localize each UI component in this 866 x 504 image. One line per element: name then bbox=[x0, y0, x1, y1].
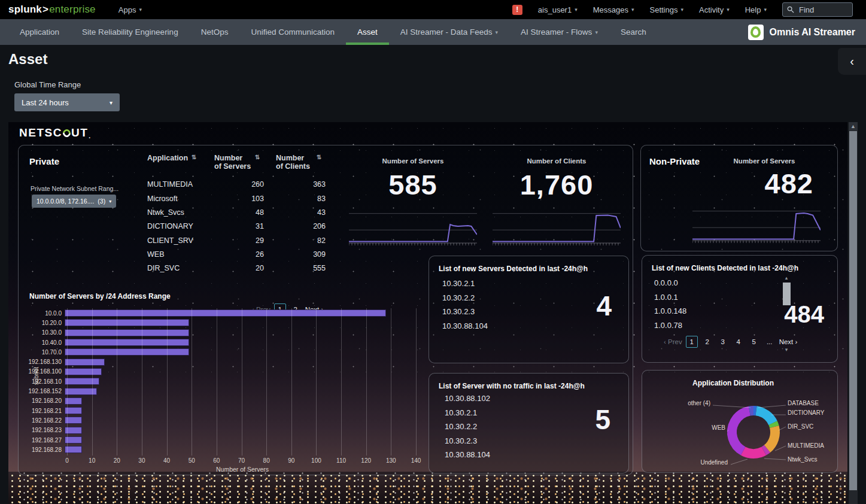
app-distribution-panel: Application Distribution DATABASEDICTION… bbox=[642, 370, 838, 473]
donut-connector-line bbox=[764, 459, 786, 460]
bar-label: 192.168.100 bbox=[19, 368, 65, 375]
table-cell: WEB bbox=[147, 250, 214, 259]
pagination-page-5[interactable]: 5 bbox=[748, 336, 760, 348]
tab-site-reliability-engineering[interactable]: Site Reliability Engineering bbox=[71, 19, 190, 45]
find-search-box[interactable] bbox=[782, 2, 853, 17]
chevron-left-icon: ‹ bbox=[850, 54, 854, 68]
omnis-logo-icon bbox=[748, 25, 764, 40]
apps-menu[interactable]: Apps ▾ bbox=[118, 5, 142, 14]
tick-label: 50 bbox=[186, 457, 197, 464]
table-cell: CLIENT_SRV bbox=[147, 236, 214, 245]
tab-application[interactable]: Application bbox=[8, 19, 71, 45]
gridline bbox=[291, 308, 292, 456]
table-cell: 43 bbox=[264, 208, 326, 217]
donut-connector-line bbox=[758, 405, 786, 408]
chevron-down-icon: ▾ bbox=[680, 7, 683, 13]
list-item: 0.0.0.0 bbox=[654, 278, 686, 293]
servers-singlevalue: Number of Servers 585 bbox=[347, 145, 479, 253]
netscout-dashboard: NETSCUT. Private Private Network Subnet … bbox=[8, 122, 847, 504]
subnet-range-dropdown[interactable]: 10.0.0.0/8, 172.16.... (3) ▾ bbox=[32, 195, 116, 208]
scroll-up-icon[interactable]: ▴ bbox=[785, 275, 788, 281]
list-item: 10.30.88.102 bbox=[445, 394, 490, 408]
activity-menu[interactable]: Activity ▾ bbox=[699, 5, 730, 14]
scrollbar-thumb[interactable] bbox=[783, 283, 791, 305]
pagination-page-1[interactable]: 1 bbox=[686, 336, 698, 348]
col-header-number-of-clients[interactable]: Number of Clients ⇅ bbox=[271, 154, 328, 171]
netscout-logo: NETSCUT. bbox=[19, 126, 92, 139]
table-cell: Microsoft bbox=[147, 195, 214, 203]
tab-ai-streamer-data-feeds[interactable]: AI Streamer - Data Feeds▾ bbox=[389, 19, 509, 45]
tick-label: 0 bbox=[61, 457, 73, 464]
bar-row: 10.20.0 bbox=[19, 318, 426, 327]
pagination-page-...[interactable]: ... bbox=[764, 336, 776, 348]
list-item: 10.30.2.1 bbox=[445, 408, 490, 423]
bar-row: 192.168.21 bbox=[19, 406, 426, 415]
donut-label-other-4-: other (4) bbox=[688, 400, 710, 406]
table-cell: 83 bbox=[264, 195, 326, 203]
donut-label-dir-svc: DIR_SVC bbox=[788, 423, 813, 430]
col-header-number-of-servers[interactable]: Number of Servers ⇅ bbox=[214, 154, 271, 171]
bar-row: 192.168.27 bbox=[19, 435, 426, 445]
pagination-prev-button[interactable]: ‹ Prev bbox=[664, 338, 682, 345]
table-row: DICTIONARY31206 bbox=[147, 220, 328, 233]
pagination-next-button[interactable]: Next › bbox=[779, 338, 798, 345]
gridline bbox=[67, 308, 68, 456]
table-cell: 26 bbox=[214, 250, 264, 259]
chevron-down-icon: ▾ bbox=[575, 7, 578, 13]
help-menu[interactable]: Help ▾ bbox=[745, 5, 767, 14]
health-alert-badge[interactable]: ! bbox=[512, 5, 522, 15]
tab-unified-communication[interactable]: Unified Communication bbox=[239, 19, 346, 45]
no-traffic-panel: List of Server with no traffic in last -… bbox=[429, 373, 629, 473]
settings-menu-label: Settings bbox=[650, 5, 678, 14]
tick-label: 100 bbox=[310, 457, 322, 464]
donut-connector-line bbox=[713, 405, 750, 408]
global-time-range-dropdown[interactable]: Last 24 hours ▾ bbox=[14, 93, 120, 111]
new-servers-list: 10.30.2.110.30.2.210.30.2.310.30.88.104 bbox=[442, 279, 488, 335]
messages-menu[interactable]: Messages ▾ bbox=[593, 5, 634, 14]
table-cell: 20 bbox=[214, 264, 264, 272]
gridline bbox=[142, 308, 142, 456]
list-item: 10.30.2.2 bbox=[445, 422, 490, 436]
settings-menu[interactable]: Settings ▾ bbox=[650, 5, 684, 14]
table-cell: DIR_SVC bbox=[147, 264, 214, 272]
splunk-logo[interactable]: splunk > enterprise bbox=[8, 4, 96, 16]
table-cell: 48 bbox=[214, 208, 264, 217]
tab-asset[interactable]: Asset bbox=[346, 19, 389, 45]
list-item: 10.30.2.1 bbox=[442, 279, 488, 293]
donut-label-undefined: Undefined bbox=[700, 459, 728, 466]
bar bbox=[65, 309, 386, 317]
bar bbox=[65, 339, 189, 346]
tab-label: Asset bbox=[357, 28, 378, 37]
tab-netops[interactable]: NetOps bbox=[190, 19, 240, 45]
find-search-input[interactable] bbox=[798, 5, 846, 15]
scroll-up-icon[interactable]: ▲ bbox=[849, 122, 858, 130]
collapse-panel-button[interactable]: ‹ bbox=[838, 48, 866, 75]
apps-menu-label: Apps bbox=[118, 5, 136, 14]
table-cell: 260 bbox=[214, 180, 264, 189]
pagination-page-4[interactable]: 4 bbox=[733, 336, 745, 348]
scrollbar-thumb[interactable] bbox=[849, 131, 857, 490]
non-private-sparkline bbox=[692, 207, 821, 245]
tab-ai-streamer-flows[interactable]: AI Streamer - Flows▾ bbox=[509, 19, 609, 45]
app-brand: Omnis AI Streamer bbox=[748, 19, 855, 45]
table-cell: 29 bbox=[214, 236, 264, 245]
tab-search[interactable]: Search bbox=[609, 19, 658, 45]
clients-sparkline bbox=[493, 209, 621, 247]
pagination-page-3[interactable]: 3 bbox=[717, 336, 729, 348]
table-cell: 103 bbox=[214, 195, 264, 203]
user-menu[interactable]: ais_user1 ▾ bbox=[538, 5, 578, 14]
pagination-page-2[interactable]: 2 bbox=[701, 336, 713, 348]
application-table-body: MULTIMEDIA260363Microsoft10383Ntwk_Svcs4… bbox=[147, 178, 328, 275]
tick-label: 10 bbox=[86, 457, 98, 464]
page-scrollbar[interactable]: ▲ bbox=[849, 122, 858, 504]
servers-sparkline bbox=[349, 209, 477, 247]
topbar: splunk > enterprise Apps ▾ ! ais_user1 ▾… bbox=[0, 0, 866, 19]
non-private-panel: Non-Private Number of Servers 482 bbox=[640, 145, 838, 251]
table-cell: 206 bbox=[264, 222, 326, 230]
donut-label-database: DATABASE bbox=[788, 400, 819, 406]
tick-label: 70 bbox=[236, 457, 248, 464]
bar-label: 192.168.23 bbox=[19, 427, 65, 433]
tick-label: 60 bbox=[211, 457, 223, 464]
col-header-application[interactable]: Application ⇅ bbox=[147, 154, 214, 171]
gridline bbox=[391, 308, 391, 456]
